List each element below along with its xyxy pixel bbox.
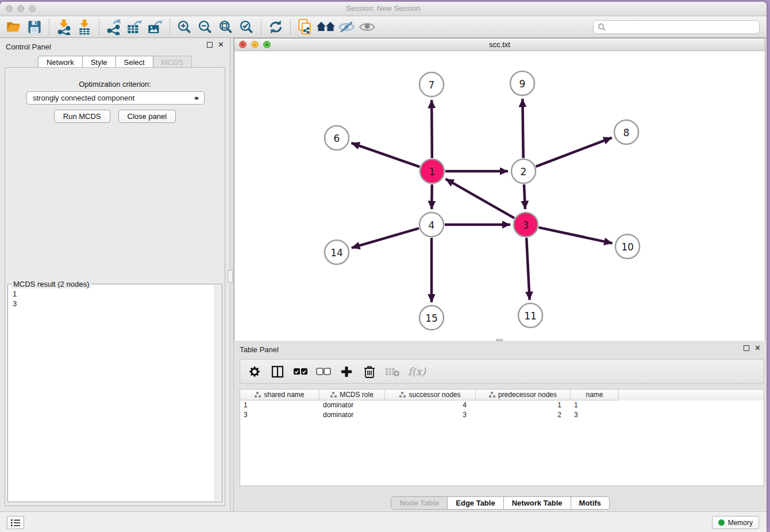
export-network-button[interactable] (103, 18, 124, 36)
clone-network-icon (297, 18, 314, 36)
toolbar-separator (170, 19, 170, 35)
zoom-selected-button[interactable] (236, 18, 257, 36)
graph-node-label-7: 7 (429, 79, 435, 91)
table-cell[interactable]: dominator (319, 410, 385, 420)
toolbar-separator (49, 19, 49, 35)
optimization-criterion-label: Optimization criterion: (5, 80, 225, 88)
table-cell[interactable]: 3 (240, 410, 319, 420)
graph-edge-3-1[interactable] (445, 179, 514, 218)
add-row-button[interactable] (339, 363, 354, 380)
search-box[interactable] (593, 20, 760, 34)
clone-network-view-button[interactable] (295, 18, 315, 36)
zoom-fit-icon (218, 19, 234, 35)
table-cell[interactable]: dominator (319, 400, 385, 410)
import-network-icon (56, 19, 72, 35)
delete-row-button[interactable] (362, 363, 377, 380)
select-all-columns-button[interactable] (293, 363, 308, 380)
graph-edges (351, 99, 612, 302)
network-window-titlebar[interactable]: ✕ − + scc.txt (234, 38, 765, 51)
result-scrollbar[interactable] (214, 285, 222, 501)
graph-edge-4-14[interactable] (352, 228, 419, 248)
table-settings-button[interactable] (247, 363, 262, 380)
graph-node-label-1: 1 (429, 166, 436, 178)
delete-table-button[interactable] (385, 363, 400, 380)
column-tree-icon (489, 392, 495, 398)
hide-panels-button[interactable] (336, 18, 357, 36)
table-cell[interactable]: 2 (476, 410, 571, 420)
node-table[interactable]: shared nameMCDS rolesuccessor nodesprede… (240, 389, 764, 486)
close-panel-icon[interactable]: ✕ (218, 42, 224, 48)
memory-label: Memory (728, 519, 753, 527)
toolbar-separator (261, 19, 261, 35)
export-table-icon (126, 19, 143, 35)
show-column-panel-button[interactable] (270, 363, 285, 380)
float-panel-icon[interactable] (207, 42, 213, 48)
zoom-fit-button[interactable] (215, 18, 236, 36)
titlebar: Session: New Session (0, 2, 767, 16)
table-row[interactable]: 1dominator411 (240, 400, 764, 410)
deselect-all-columns-button[interactable] (316, 363, 331, 380)
panel-splitter[interactable] (230, 38, 234, 511)
column-header-MCDS-role[interactable]: MCDS role (319, 390, 385, 400)
criterion-select[interactable]: strongly connected component (26, 91, 205, 105)
graph-edge-2-8[interactable] (536, 138, 612, 167)
import-table-button[interactable] (74, 18, 95, 36)
network-view-title: scc.txt (234, 40, 765, 49)
column-header-predecessor-nodes[interactable]: predecessor nodes (476, 390, 571, 400)
memory-button[interactable]: Memory (712, 516, 759, 529)
task-history-button[interactable] (7, 516, 24, 529)
graph-edge-2-3[interactable] (524, 184, 525, 209)
close-table-panel-icon[interactable]: ✕ (754, 345, 761, 351)
show-graphics-details-button[interactable] (357, 18, 378, 36)
save-session-button[interactable] (24, 18, 45, 36)
graph-edge-1-7[interactable] (432, 100, 432, 158)
table-panel: Table Panel ✕ (234, 341, 767, 511)
function-builder-button[interactable]: f(x) (408, 363, 426, 380)
tab-motifs[interactable]: Motifs (571, 496, 610, 510)
table-cell[interactable]: 1 (571, 400, 619, 410)
fx-icon: f(x) (408, 365, 426, 377)
graph-node-label-9: 9 (519, 78, 526, 90)
mcds-panel: Optimization criterion: strongly connect… (5, 67, 225, 506)
gear-icon (249, 366, 260, 377)
table-cell[interactable]: 1 (240, 400, 319, 410)
mcds-result-box: MCDS result (2 nodes) 1 3 (7, 284, 222, 502)
table-cell[interactable]: 3 (385, 410, 476, 420)
table-cell[interactable]: 4 (385, 400, 476, 410)
window-title: Session: New Session (0, 4, 767, 13)
open-session-button[interactable] (3, 18, 24, 36)
column-header-name[interactable]: name (571, 390, 619, 400)
close-panel-button[interactable]: Close panel (118, 110, 176, 123)
splitter-grip[interactable] (228, 270, 233, 283)
table-cell[interactable]: 3 (571, 410, 619, 420)
graph-edge-2-9[interactable] (522, 99, 523, 158)
tab-network-table[interactable]: Network Table (504, 496, 571, 510)
list-icon (11, 519, 20, 527)
column-header-successor-nodes[interactable]: successor nodes (385, 390, 476, 400)
apply-layout-button[interactable] (265, 18, 286, 36)
trash-icon (364, 365, 375, 378)
run-mcds-button[interactable]: Run MCDS (54, 110, 110, 123)
graph-edge-3-11[interactable] (526, 238, 529, 300)
control-panel: Control Panel ✕ NetworkStyleSelectMCDS O… (0, 38, 230, 511)
export-image-button[interactable] (145, 18, 165, 36)
zoom-in-button[interactable] (174, 18, 195, 36)
export-table-button[interactable] (124, 18, 145, 36)
graph-edge-1-6[interactable] (351, 143, 419, 167)
graph-node-label-11: 11 (524, 310, 537, 322)
graph-node-label-2: 2 (521, 166, 527, 178)
table-cell[interactable]: 1 (476, 400, 571, 410)
export-network-icon (106, 19, 122, 35)
graph-edge-3-10[interactable] (538, 228, 612, 244)
column-header-shared-name[interactable]: shared name (240, 390, 319, 400)
search-input[interactable] (606, 23, 755, 31)
float-table-panel-icon[interactable] (744, 345, 749, 351)
tab-node-table[interactable]: Node Table (391, 496, 448, 510)
zoom-out-button[interactable] (195, 18, 215, 36)
table-row[interactable]: 3dominator323 (240, 410, 764, 420)
table-body: 1dominator4113dominator323 (240, 400, 764, 420)
graph-svg[interactable]: 7968124314101511 (234, 51, 765, 341)
home-panels-button[interactable] (315, 18, 336, 36)
tab-edge-table[interactable]: Edge Table (448, 496, 503, 510)
import-network-button[interactable] (53, 18, 74, 36)
